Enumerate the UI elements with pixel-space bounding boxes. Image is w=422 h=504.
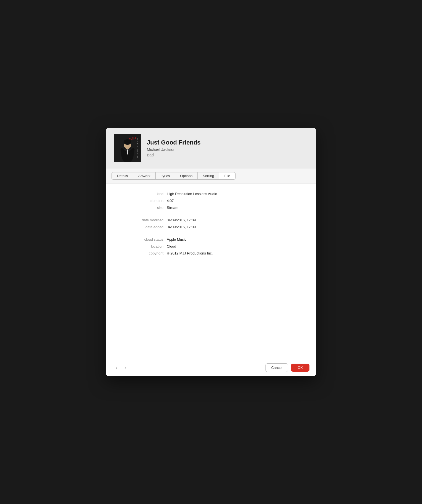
tab-group: Details Artwork Lyrics Options Sorting F… [111, 172, 236, 180]
duration-value: 4:07 [167, 199, 305, 203]
date-modified-value: 04/09/2016, 17:09 [167, 218, 305, 222]
copyright-value: © 2012 MJJ Productions Inc. [167, 251, 305, 255]
spacer-2 [117, 232, 305, 235]
duration-label: duration [117, 199, 167, 203]
song-info: Just Good Friends Michael Jackson Bad [147, 139, 200, 157]
file-tab-content: kind High Resolution Lossless Audio dura… [106, 183, 316, 359]
date-added-label: date added [117, 225, 167, 229]
action-buttons: Cancel OK [265, 363, 309, 372]
song-album: Bad [147, 153, 200, 157]
copyright-label: copyright [117, 251, 167, 255]
date-modified-label: date modified [117, 218, 167, 222]
file-info-grid: kind High Resolution Lossless Audio dura… [117, 192, 305, 255]
album-art: BAD MICHAEL JACKSON [114, 134, 141, 162]
song-info-dialog: BAD MICHAEL JACKSON Just Good Friends Mi… [106, 128, 316, 376]
tab-file[interactable]: File [219, 172, 235, 180]
nav-buttons: ‹ › [113, 364, 129, 372]
song-artist: Michael Jackson [147, 147, 200, 152]
svg-text:MICHAEL JACKSON: MICHAEL JACKSON [137, 138, 138, 158]
next-button[interactable]: › [121, 364, 129, 372]
cancel-button[interactable]: Cancel [265, 363, 288, 372]
spacer-1 [117, 212, 305, 215]
size-label: size [117, 206, 167, 210]
svg-rect-6 [127, 149, 128, 154]
dialog-footer: ‹ › Cancel OK [106, 359, 316, 376]
kind-label: kind [117, 192, 167, 196]
date-added-value: 04/09/2016, 17:09 [167, 225, 305, 229]
location-label: location [117, 244, 167, 248]
tab-sorting[interactable]: Sorting [198, 172, 219, 180]
prev-button[interactable]: ‹ [113, 364, 120, 372]
tab-lyrics[interactable]: Lyrics [156, 172, 175, 180]
tab-options[interactable]: Options [175, 172, 198, 180]
tab-artwork[interactable]: Artwork [133, 172, 156, 180]
kind-value: High Resolution Lossless Audio [167, 192, 305, 196]
tab-details[interactable]: Details [112, 172, 133, 180]
tabs-bar: Details Artwork Lyrics Options Sorting F… [106, 169, 316, 183]
cloud-status-label: cloud status [117, 237, 167, 242]
location-value: Cloud [167, 244, 305, 248]
ok-button[interactable]: OK [291, 364, 309, 372]
dialog-header: BAD MICHAEL JACKSON Just Good Friends Mi… [106, 128, 316, 169]
cloud-status-value: Apple Music [167, 237, 305, 242]
size-value: Stream [167, 206, 305, 210]
song-title: Just Good Friends [147, 139, 200, 146]
